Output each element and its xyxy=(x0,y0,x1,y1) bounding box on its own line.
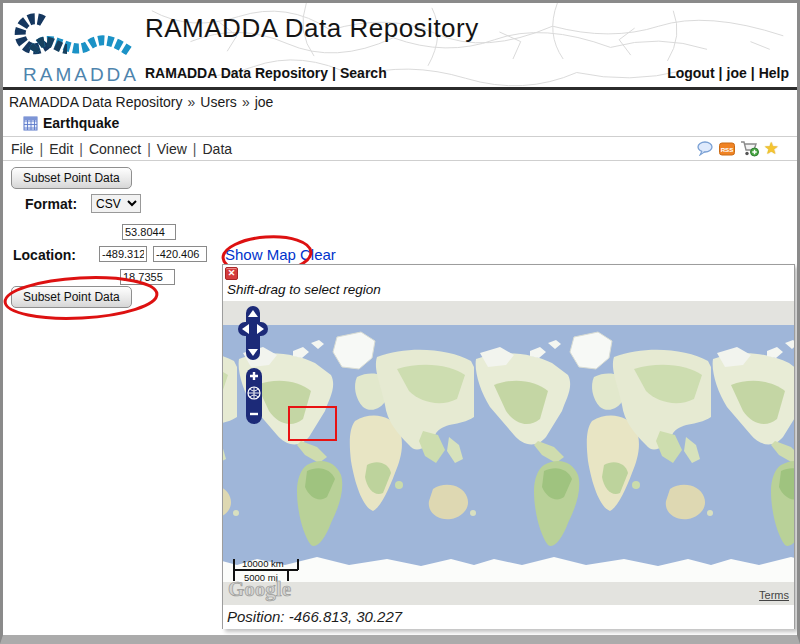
app-window: RAMADDA RAMADDA Data Repository RAMADDA … xyxy=(0,0,800,644)
page-title: RAMADDA Data Repository xyxy=(145,13,479,44)
breadcrumb-repo[interactable]: RAMADDA Data Repository xyxy=(9,94,183,110)
subset-form: Subset Point Data Format: CSV Location: … xyxy=(3,161,797,641)
map-pan-control[interactable] xyxy=(237,305,269,361)
svg-text:10000 km: 10000 km xyxy=(242,558,284,569)
comment-icon[interactable] xyxy=(697,141,714,156)
ramadda-logo[interactable]: RAMADDA xyxy=(11,7,139,87)
entry-title-row: Earthquake xyxy=(3,113,797,137)
show-map-link[interactable]: Show Map xyxy=(225,246,296,263)
map-zoom-control[interactable] xyxy=(245,367,263,425)
logo-wordmark: RAMADDA xyxy=(23,64,139,85)
location-north-input[interactable] xyxy=(122,224,176,240)
breadcrumb-users[interactable]: Users xyxy=(200,94,237,110)
menu-separator: | xyxy=(73,141,89,157)
map-selection-rect[interactable] xyxy=(288,406,337,441)
svg-text:RSS: RSS xyxy=(720,146,733,153)
nav-search-link[interactable]: Search xyxy=(340,65,387,81)
cart-icon[interactable] xyxy=(740,140,759,157)
entry-title: Earthquake xyxy=(43,115,119,131)
format-label: Format: xyxy=(25,196,77,212)
menu-connect[interactable]: Connect xyxy=(89,141,141,157)
entry-menubar: File|Edit|Connect|View|Data RSS ★ xyxy=(3,137,797,161)
star-icon[interactable]: ★ xyxy=(764,141,779,156)
location-west-input[interactable] xyxy=(99,246,147,262)
help-link[interactable]: Help xyxy=(759,65,789,81)
breadcrumb-separator: » xyxy=(237,94,255,110)
close-icon[interactable]: ✕ xyxy=(225,267,238,280)
menu-edit[interactable]: Edit xyxy=(49,141,73,157)
menu-separator: | xyxy=(34,141,50,157)
location-south-input[interactable] xyxy=(120,269,175,285)
breadcrumb: RAMADDA Data Repository»Users»joe xyxy=(3,90,797,113)
rss-icon[interactable]: RSS xyxy=(719,141,735,157)
spreadsheet-icon xyxy=(23,116,38,131)
google-logo: Google xyxy=(226,575,292,603)
map-panel: ✕ Shift-drag to select region xyxy=(222,264,795,629)
top-nav: RAMADDA Data Repository|Search xyxy=(145,65,387,81)
page-header: RAMADDA RAMADDA Data Repository RAMADDA … xyxy=(3,3,797,90)
menu-view[interactable]: View xyxy=(157,141,187,157)
nav-separator: | xyxy=(747,65,759,81)
logout-link[interactable]: Logout xyxy=(667,65,714,81)
breadcrumb-separator: » xyxy=(183,94,201,110)
nav-separator: | xyxy=(715,65,727,81)
subset-point-data-button-top[interactable]: Subset Point Data xyxy=(11,167,132,189)
subset-point-data-button-bottom[interactable]: Subset Point Data xyxy=(11,286,132,308)
user-nav: Logout|joe|Help xyxy=(667,65,789,81)
breadcrumb-user-joe[interactable]: joe xyxy=(255,94,274,110)
user-link[interactable]: joe xyxy=(727,65,747,81)
menu-separator: | xyxy=(141,141,157,157)
entry-action-icons: RSS ★ xyxy=(697,140,779,157)
format-select[interactable]: CSV xyxy=(91,194,141,213)
clear-link[interactable]: Clear xyxy=(300,246,336,263)
location-east-input[interactable] xyxy=(153,246,207,262)
menu-separator: | xyxy=(187,141,203,157)
menu-file[interactable]: File xyxy=(11,141,34,157)
nav-separator: | xyxy=(328,65,340,81)
location-label: Location: xyxy=(13,247,76,263)
menu-data[interactable]: Data xyxy=(203,141,233,157)
svg-text:Google: Google xyxy=(228,577,291,601)
map-canvas[interactable]: 10000 km 5000 mi Google Terms xyxy=(223,301,794,605)
map-hint-text: Shift-drag to select region xyxy=(227,282,381,297)
terms-link[interactable]: Terms xyxy=(759,589,789,601)
map-position-readout: Position: -466.813, 30.227 xyxy=(223,605,794,629)
nav-repo-link[interactable]: RAMADDA Data Repository xyxy=(145,65,328,81)
